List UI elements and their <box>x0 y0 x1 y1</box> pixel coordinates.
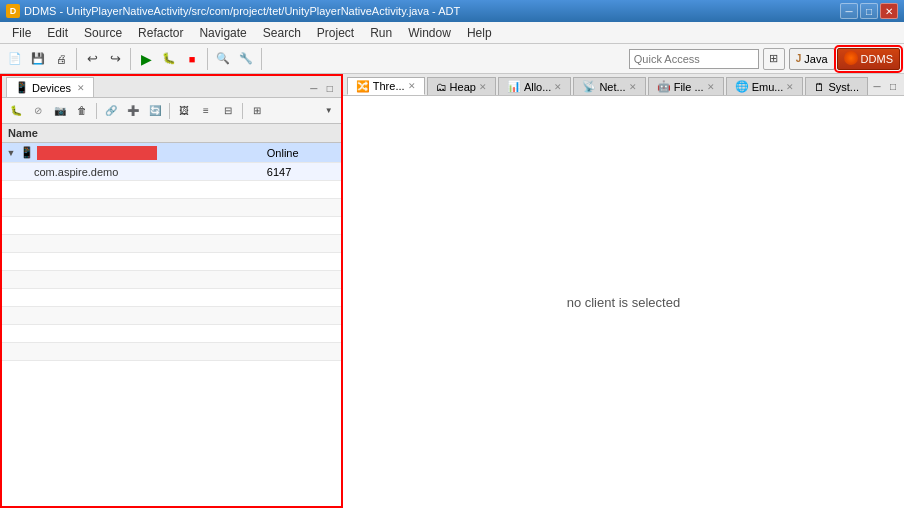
sub-device-row[interactable]: com.aspire.demo 6147 <box>2 163 341 181</box>
empty-row-10 <box>2 343 341 361</box>
devices-panel: 📱 Devices ✕ ─ □ 🐛 ⊘ 📷 🗑 🔗 ➕ 🔄 🖼 ≡ ⊟ ⊞ <box>0 74 343 508</box>
redo-button[interactable]: ↪ <box>104 48 126 70</box>
menu-file[interactable]: File <box>4 22 39 43</box>
quick-access-grid-button[interactable]: ⊞ <box>763 48 785 70</box>
new-button[interactable]: 📄 <box>4 48 26 70</box>
panel-tab-controls: ─ □ <box>307 81 337 97</box>
emulator-tab-icon: 🌐 <box>735 80 749 93</box>
toolbar-group-misc: 🔍 🔧 <box>212 48 262 70</box>
quick-access-area: ⊞ J Java DDMS <box>629 48 900 70</box>
device-row[interactable]: ▼ 📱 Online <box>2 143 341 163</box>
undo-button[interactable]: ↩ <box>81 48 103 70</box>
java-perspective-button[interactable]: J Java <box>789 48 835 70</box>
threads-tab-close[interactable]: ✕ <box>408 81 416 91</box>
title-bar-left: D DDMS - UnityPlayerNativeActivity/src/c… <box>6 4 460 18</box>
heap-tab-label: Heap <box>450 81 476 93</box>
tab-allocation[interactable]: 📊 Allo... ✕ <box>498 77 572 95</box>
stop-process-button[interactable]: ⊘ <box>28 101 48 121</box>
close-button[interactable]: ✕ <box>880 3 898 19</box>
name-column-header: Name <box>2 124 261 142</box>
emulator-tab-close[interactable]: ✕ <box>786 82 794 92</box>
threads-button[interactable]: ≡ <box>196 101 216 121</box>
devices-tab-bar: 📱 Devices ✕ ─ □ <box>2 76 341 98</box>
trash-button[interactable]: 🗑 <box>72 101 92 121</box>
alloc-tab-close[interactable]: ✕ <box>554 82 562 92</box>
screenshot-button[interactable]: 🖼 <box>174 101 194 121</box>
heap-tab-icon: 🗂 <box>436 81 447 93</box>
network-tab-close[interactable]: ✕ <box>629 82 637 92</box>
device-name-cell: 📱 <box>16 144 261 162</box>
main-toolbar: 📄 💾 🖨 ↩ ↪ ▶ 🐛 ■ 🔍 🔧 ⊞ J Java DDMS <box>0 44 904 74</box>
heap-tab-close[interactable]: ✕ <box>479 82 487 92</box>
empty-row-2 <box>2 199 341 217</box>
tab-file[interactable]: 🤖 File ... ✕ <box>648 77 724 95</box>
tab-heap[interactable]: 🗂 Heap ✕ <box>427 77 496 95</box>
title-text: DDMS - UnityPlayerNativeActivity/src/com… <box>24 5 460 17</box>
right-panel-maximize[interactable]: □ <box>886 79 900 93</box>
tab-network[interactable]: 📡 Net... ✕ <box>573 77 645 95</box>
system-tab-icon: 🗒 <box>814 81 825 93</box>
empty-row-7 <box>2 289 341 307</box>
save-button[interactable]: 💾 <box>27 48 49 70</box>
sub-device-port: 6147 <box>261 164 341 180</box>
perspective-buttons: J Java DDMS <box>789 48 900 70</box>
print-button[interactable]: 🖨 <box>50 48 72 70</box>
empty-row-4 <box>2 235 341 253</box>
maximize-button[interactable]: □ <box>860 3 878 19</box>
no-client-message: no client is selected <box>567 295 680 310</box>
app-icon: D <box>6 4 20 18</box>
stop-button[interactable]: ■ <box>181 48 203 70</box>
refresh-button[interactable]: 🔄 <box>145 101 165 121</box>
right-panel-controls: ─ □ <box>870 79 900 95</box>
devices-tab-close[interactable]: ✕ <box>77 83 85 93</box>
menu-run[interactable]: Run <box>362 22 400 43</box>
menu-window[interactable]: Window <box>400 22 459 43</box>
menu-navigate[interactable]: Navigate <box>191 22 254 43</box>
toolbar-group-run: ▶ 🐛 ■ <box>135 48 208 70</box>
devices-list-header: Name <box>2 124 341 143</box>
panel-dropdown-button[interactable]: ▼ <box>321 101 337 121</box>
layout-button[interactable]: ⊞ <box>247 101 267 121</box>
run-button[interactable]: ▶ <box>135 48 157 70</box>
expand-icon[interactable]: ▼ <box>2 148 16 158</box>
menu-search[interactable]: Search <box>255 22 309 43</box>
search-toolbar-button[interactable]: 🔍 <box>212 48 234 70</box>
sub-device-name: com.aspire.demo <box>30 164 261 180</box>
empty-row-3 <box>2 217 341 235</box>
main-area: 📱 Devices ✕ ─ □ 🐛 ⊘ 📷 🗑 🔗 ➕ 🔄 🖼 ≡ ⊟ ⊞ <box>0 74 904 508</box>
debug-process-button[interactable]: 🐛 <box>6 101 26 121</box>
add-button[interactable]: ➕ <box>123 101 143 121</box>
toolbar-sep-2 <box>169 103 170 119</box>
minimize-button[interactable]: ─ <box>840 3 858 19</box>
menu-edit[interactable]: Edit <box>39 22 76 43</box>
menu-project[interactable]: Project <box>309 22 362 43</box>
camera-button[interactable]: 📷 <box>50 101 70 121</box>
tools-button[interactable]: 🔧 <box>235 48 257 70</box>
devices-tab[interactable]: 📱 Devices ✕ <box>6 77 94 97</box>
menu-help[interactable]: Help <box>459 22 500 43</box>
tab-emulator[interactable]: 🌐 Emu... ✕ <box>726 77 804 95</box>
menu-refactor[interactable]: Refactor <box>130 22 191 43</box>
tab-threads[interactable]: 🔀 Thre... ✕ <box>347 77 425 95</box>
tab-system[interactable]: 🗒 Syst... <box>805 77 868 95</box>
heap-check-button[interactable]: ⊟ <box>218 101 238 121</box>
empty-row-9 <box>2 325 341 343</box>
devices-toolbar: 🐛 ⊘ 📷 🗑 🔗 ➕ 🔄 🖼 ≡ ⊟ ⊞ ▼ <box>2 98 341 124</box>
maximize-panel-button[interactable]: □ <box>323 81 337 95</box>
toolbar-group-edit: ↩ ↪ <box>81 48 131 70</box>
file-tab-label: File ... <box>674 81 704 93</box>
ddms-perspective-button[interactable]: DDMS <box>837 48 900 70</box>
system-tab-label: Syst... <box>828 81 859 93</box>
toolbar-sep-3 <box>242 103 243 119</box>
empty-row-8 <box>2 307 341 325</box>
minimize-panel-button[interactable]: ─ <box>307 81 321 95</box>
empty-row-5 <box>2 253 341 271</box>
file-tab-close[interactable]: ✕ <box>707 82 715 92</box>
quick-access-input[interactable] <box>629 49 759 69</box>
empty-row-1 <box>2 181 341 199</box>
right-panel-minimize[interactable]: ─ <box>870 79 884 93</box>
connect-button[interactable]: 🔗 <box>101 101 121 121</box>
ddms-icon <box>844 51 858 67</box>
debug-button[interactable]: 🐛 <box>158 48 180 70</box>
menu-source[interactable]: Source <box>76 22 130 43</box>
